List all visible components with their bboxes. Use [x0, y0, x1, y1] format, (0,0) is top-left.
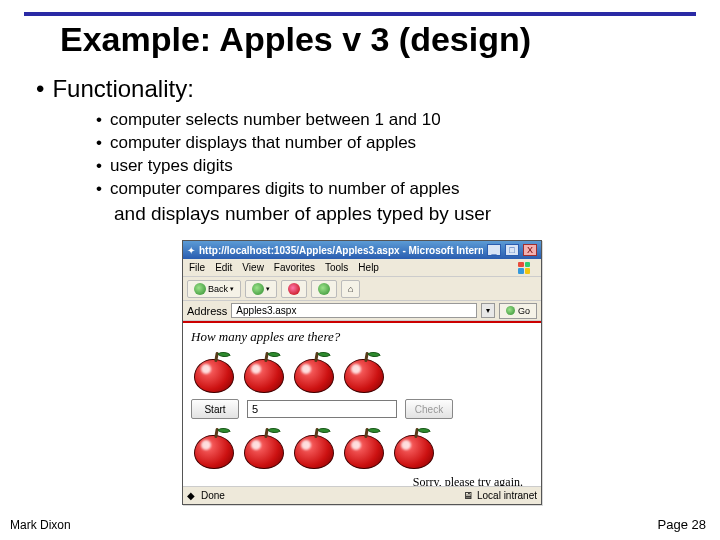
apple-icon — [241, 349, 287, 395]
apple-icon — [341, 349, 387, 395]
bullet-item: •computer compares digits to number of a… — [96, 178, 696, 201]
heading-text: Functionality: — [52, 75, 193, 102]
address-dropdown[interactable]: ▾ — [481, 303, 495, 318]
question-text: How many apples are there? — [191, 329, 533, 345]
slide-body: •Functionality: •computer selects number… — [24, 75, 696, 226]
ie-icon: ✦ — [187, 245, 195, 256]
check-button[interactable]: Check — [405, 399, 453, 419]
menu-file[interactable]: File — [189, 262, 205, 273]
slide-title: Example: Apples v 3 (design) — [60, 20, 531, 59]
apple-icon — [291, 425, 337, 471]
menu-favorites[interactable]: Favorites — [274, 262, 315, 273]
functionality-heading: •Functionality: — [36, 75, 696, 103]
title-rule — [24, 12, 696, 16]
apple-icon — [241, 425, 287, 471]
menu-bar: File Edit View Favorites Tools Help — [183, 259, 541, 277]
back-button[interactable]: Back ▾ — [187, 280, 241, 298]
forward-button[interactable]: ▾ — [245, 280, 277, 298]
go-icon — [506, 306, 515, 315]
refresh-icon — [318, 283, 330, 295]
apple-row-1 — [191, 349, 533, 395]
intranet-icon: 🖥 — [463, 490, 473, 501]
refresh-button[interactable] — [311, 280, 337, 298]
page-content: How many apples are there? Start Check S… — [183, 323, 541, 492]
result-line: and displays number of apples typed by u… — [114, 201, 696, 227]
menu-edit[interactable]: Edit — [215, 262, 232, 273]
back-icon — [194, 283, 206, 295]
home-icon: ⌂ — [348, 284, 353, 294]
status-bar: ◆ Done 🖥 Local intranet — [183, 486, 541, 504]
maximize-button[interactable]: □ — [505, 244, 519, 256]
menu-tools[interactable]: Tools — [325, 262, 348, 273]
window-titlebar[interactable]: ✦ http://localhost:1035/Apples/Apples3.a… — [183, 241, 541, 259]
zone-indicator: 🖥 Local intranet — [463, 490, 537, 501]
toolbar: Back ▾ ▾ ⌂ — [183, 277, 541, 301]
forward-icon — [252, 283, 264, 295]
stop-icon — [288, 283, 300, 295]
apple-icon — [391, 425, 437, 471]
apple-icon — [191, 425, 237, 471]
address-input[interactable] — [231, 303, 477, 318]
address-bar: Address ▾ Go — [183, 301, 541, 321]
bullet-item: •computer displays that number of apples — [96, 132, 696, 155]
windows-logo-icon — [515, 259, 533, 277]
stop-button[interactable] — [281, 280, 307, 298]
minimize-button[interactable]: _ — [487, 244, 501, 256]
done-icon: ◆ — [187, 490, 195, 501]
bullet-item: •user types digits — [96, 155, 696, 178]
home-button[interactable]: ⌂ — [341, 280, 360, 298]
go-button[interactable]: Go — [499, 303, 537, 319]
apple-icon — [191, 349, 237, 395]
bullet-item: •computer selects number between 1 and 1… — [96, 109, 696, 132]
browser-window: ✦ http://localhost:1035/Apples/Apples3.a… — [182, 240, 542, 505]
footer-author: Mark Dixon — [10, 518, 71, 532]
start-button[interactable]: Start — [191, 399, 239, 419]
apple-icon — [291, 349, 337, 395]
input-row: Start Check — [191, 399, 533, 419]
apple-row-2 — [191, 425, 533, 471]
address-label: Address — [187, 305, 227, 317]
menu-help[interactable]: Help — [358, 262, 379, 273]
window-title: http://localhost:1035/Apples/Apples3.asp… — [199, 245, 483, 256]
status-text: Done — [201, 490, 225, 501]
apple-icon — [341, 425, 387, 471]
answer-input[interactable] — [247, 400, 397, 418]
close-button[interactable]: X — [523, 244, 537, 256]
menu-view[interactable]: View — [242, 262, 264, 273]
footer-page: Page 28 — [658, 517, 706, 532]
